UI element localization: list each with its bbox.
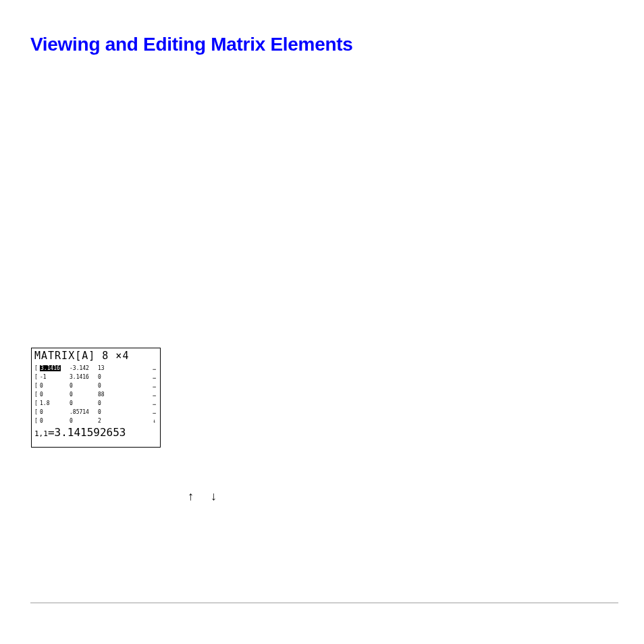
matrix-value: =3.141592653: [48, 426, 126, 439]
matrix-cell: 0: [98, 399, 118, 408]
matrix-row: [002↓: [34, 417, 157, 425]
arrow-down-icon: ↓: [211, 489, 217, 503]
matrix-cell: 0: [40, 417, 70, 425]
matrix-bracket: [: [34, 364, 40, 373]
matrix-row: [000…: [34, 381, 157, 390]
matrix-row: [0.857140…: [34, 408, 157, 417]
matrix-cell: 0: [40, 381, 70, 390]
matrix-row: [-13.14160…: [34, 373, 157, 381]
arrow-up-icon: ↑: [188, 489, 194, 503]
calculator-screen: MATRIX[A] 8 ×4 [3.1416-3.14213…[-13.1416…: [31, 348, 161, 448]
matrix-bracket: [: [34, 390, 40, 399]
page-title: Viewing and Editing Matrix Elements: [30, 34, 614, 55]
matrix-cell: 88: [98, 390, 118, 399]
matrix-cell: .85714: [70, 408, 98, 417]
matrix-bracket: [: [34, 417, 40, 425]
matrix-row-tail: …: [118, 399, 157, 408]
matrix-header: MATRIX[A] 8 ×4: [34, 351, 157, 361]
matrix-row-tail: …: [118, 390, 157, 399]
matrix-bracket: [: [34, 408, 40, 417]
matrix-cell: 0: [98, 381, 118, 390]
matrix-cell: 0: [40, 390, 70, 399]
matrix-cell: 0: [40, 408, 70, 417]
matrix-index: 1,1: [34, 429, 48, 438]
arrow-hints: ↑↓: [188, 489, 217, 504]
matrix-cell: 13: [98, 364, 118, 373]
matrix-cell: 0: [98, 373, 118, 381]
matrix-edit-line: 1,1=3.141592653: [34, 427, 157, 439]
matrix-cell: 1.8: [40, 399, 70, 408]
matrix-row-tail: …: [118, 373, 157, 381]
matrix-cell: -1: [40, 373, 70, 381]
matrix-body: [3.1416-3.14213…[-13.14160…[000…[0088…[1…: [34, 364, 157, 425]
matrix-cell: 3.1416: [70, 373, 98, 381]
matrix-cell-selected: 3.1416: [40, 365, 61, 371]
matrix-row-tail: …: [118, 381, 157, 390]
matrix-cell: 0: [70, 417, 98, 425]
matrix-row-tail: ↓: [118, 417, 157, 425]
matrix-bracket: [: [34, 381, 40, 390]
matrix-bracket: [: [34, 399, 40, 408]
matrix-bracket: [: [34, 373, 40, 381]
matrix-row-tail: …: [118, 408, 157, 417]
matrix-row: [3.1416-3.14213…: [34, 364, 157, 373]
matrix-cell: 0: [70, 390, 98, 399]
matrix-cell: 0: [98, 408, 118, 417]
footer-rule: [30, 602, 618, 603]
matrix-cell: 3.1416: [40, 364, 70, 373]
matrix-cell: 0: [70, 399, 98, 408]
matrix-cell: -3.142: [70, 364, 98, 373]
matrix-cell: 0: [70, 381, 98, 390]
matrix-row-tail: …: [118, 364, 157, 373]
matrix-cell: 2: [98, 417, 118, 425]
matrix-row: [0088…: [34, 390, 157, 399]
matrix-row: [1.800…: [34, 399, 157, 408]
